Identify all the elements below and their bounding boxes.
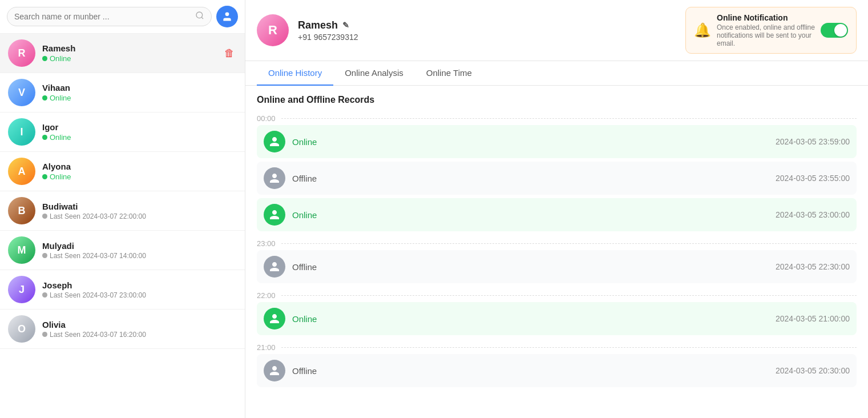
record-time-9: 2024-03-05 20:30:00 [776,366,850,375]
record-label-5: Offline [292,262,769,272]
contact-name-joseph: Joseph [42,280,237,290]
contact-info-joseph: Joseph Last Seen 2024-03-07 23:00:00 [42,280,237,299]
contact-info-mulyadi: Mulyadi Last Seen 2024-03-07 14:00:00 [42,241,237,260]
record-icon-1 [264,131,285,152]
time-label-2100: 21:00 [257,339,857,354]
contact-item-ramesh[interactable]: R Ramesh Online 🗑 [0,34,245,73]
record-row-5: Offline 2024-03-05 22:30:00 [257,250,857,283]
contact-avatar-budiwati: B [8,197,35,224]
tab-online-analysis[interactable]: Online Analysis [333,61,415,86]
contact-status-alyona: Online [42,172,237,181]
main-content: Online and Offline Records 00:00 Online … [245,86,868,418]
contact-name-olivia: Olivia [42,320,237,329]
contact-list: R Ramesh Online 🗑 V Vihaan Online I Igor… [0,34,245,418]
record-row-7: Online 2024-03-05 21:00:00 [257,302,857,335]
record-row-3: Online 2024-03-05 23:00:00 [257,198,857,231]
timeline: 00:00 Online 2024-03-05 23:59:00 Offline… [257,110,857,387]
record-time-5: 2024-03-05 22:30:00 [776,262,850,271]
svg-line-1 [201,17,203,19]
notification-description: Once enabled, online and offline notific… [717,23,815,47]
edit-icon[interactable]: ✎ [342,21,349,30]
contact-avatar-ramesh: R [8,39,35,67]
contact-status-joseph: Last Seen 2024-03-07 23:00:00 [42,291,237,299]
user-icon-button[interactable] [216,6,238,27]
contact-avatar-mulyadi: M [8,236,35,264]
contact-item-joseph[interactable]: J Joseph Last Seen 2024-03-07 23:00:00 [0,270,245,310]
contact-info-alyona: Alyona Online [42,162,237,181]
profile-info: Ramesh ✎ +91 9657239312 [298,19,676,42]
record-time-3: 2024-03-05 23:00:00 [776,210,850,219]
contact-name-alyona: Alyona [42,162,237,171]
contact-item-igor[interactable]: I Igor Online [0,112,245,152]
record-icon-3 [264,204,285,226]
notification-text: Online Notification Once enabled, online… [717,13,815,47]
sidebar: R Ramesh Online 🗑 V Vihaan Online I Igor… [0,0,245,418]
tab-online-time[interactable]: Online Time [415,61,483,86]
notification-title: Online Notification [717,13,815,22]
record-icon-2 [264,167,285,189]
record-label-3: Online [292,210,769,220]
main-panel: R Ramesh ✎ +91 9657239312 🔔 Online Notif… [245,0,868,418]
contact-info-ramesh: Ramesh Online [42,43,215,63]
record-label-9: Offline [292,366,769,376]
profile-name-row: Ramesh ✎ [298,19,676,31]
contact-item-olivia[interactable]: O Olivia Last Seen 2024-03-07 16:20:00 [0,310,245,349]
contact-info-olivia: Olivia Last Seen 2024-03-07 16:20:00 [42,320,237,339]
record-time-7: 2024-03-05 21:00:00 [776,314,850,323]
tabs-bar: Online HistoryOnline AnalysisOnline Time [245,61,868,86]
search-input[interactable] [14,12,193,21]
contact-status-budiwati: Last Seen 2024-03-07 22:00:00 [42,212,237,220]
contact-item-alyona[interactable]: A Alyona Online [0,152,245,191]
status-dot-igor [42,135,47,140]
contact-avatar-joseph: J [8,276,35,303]
contact-avatar-olivia: O [8,315,35,343]
contact-name-ramesh: Ramesh [42,43,215,53]
notification-toggle[interactable] [821,23,848,38]
contact-name-igor: Igor [42,122,237,132]
status-dot-mulyadi [42,253,47,258]
status-dot-olivia [42,332,47,337]
contact-avatar-igor: I [8,118,35,146]
search-input-wrap [7,7,212,26]
bell-icon: 🔔 [694,22,711,38]
tab-online-history[interactable]: Online History [257,61,333,86]
delete-button-ramesh[interactable]: 🗑 [222,45,237,62]
record-label-2: Offline [292,174,769,183]
search-bar [0,0,245,34]
contact-info-budiwati: Budiwati Last Seen 2024-03-07 22:00:00 [42,202,237,220]
contact-item-budiwati[interactable]: B Budiwati Last Seen 2024-03-07 22:00:00 [0,191,245,231]
contact-name-mulyadi: Mulyadi [42,241,237,251]
record-label-1: Online [292,137,769,147]
status-dot-alyona [42,174,47,179]
record-row-1: Online 2024-03-05 23:59:00 [257,125,857,158]
record-time-2: 2024-03-05 23:55:00 [776,174,850,183]
record-icon-9 [264,360,285,381]
contact-name-vihaan: Vihaan [42,83,237,93]
record-icon-7 [264,308,285,329]
record-icon-5 [264,256,285,278]
profile-phone: +91 9657239312 [298,33,676,42]
contact-info-vihaan: Vihaan Online [42,83,237,102]
svg-point-0 [196,12,203,18]
contact-status-ramesh: Online [42,54,215,63]
contact-name-budiwati: Budiwati [42,202,237,211]
contact-status-vihaan: Online [42,94,237,102]
section-title: Online and Offline Records [257,86,857,110]
time-label-0000: 00:00 [257,110,857,125]
contact-status-mulyadi: Last Seen 2024-03-07 14:00:00 [42,252,237,260]
record-label-7: Online [292,314,769,324]
record-row-2: Offline 2024-03-05 23:55:00 [257,162,857,195]
record-row-9: Offline 2024-03-05 20:30:00 [257,354,857,387]
time-label-2300: 23:00 [257,235,857,250]
contact-avatar-vihaan: V [8,79,35,106]
status-dot-joseph [42,292,47,298]
contact-item-vihaan[interactable]: V Vihaan Online [0,73,245,112]
time-label-2200: 22:00 [257,287,857,302]
profile-name-text: Ramesh [298,19,338,31]
svg-point-2 [225,13,229,17]
contact-info-igor: Igor Online [42,122,237,142]
search-icon [195,11,204,22]
profile-header: R Ramesh ✎ +91 9657239312 🔔 Online Notif… [245,0,868,61]
contact-item-mulyadi[interactable]: M Mulyadi Last Seen 2024-03-07 14:00:00 [0,231,245,270]
profile-avatar-initials: R [268,23,277,38]
